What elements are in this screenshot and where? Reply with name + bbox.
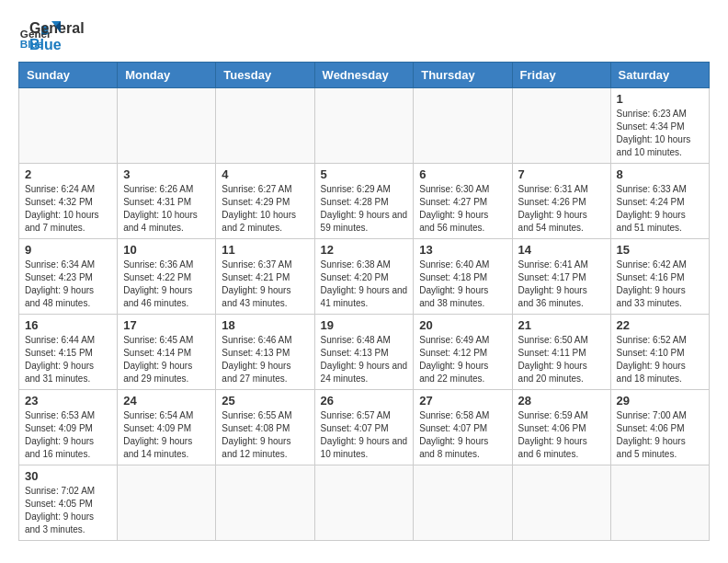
logo-triangle-icon xyxy=(35,17,63,45)
day-number: 4 xyxy=(222,167,308,181)
day-info: Sunrise: 6:34 AM Sunset: 4:23 PM Dayligh… xyxy=(25,259,111,310)
day-number: 28 xyxy=(518,394,605,408)
calendar-day-cell: 26Sunrise: 6:57 AM Sunset: 4:07 PM Dayli… xyxy=(314,390,414,465)
calendar-day-cell: 16Sunrise: 6:44 AM Sunset: 4:15 PM Dayli… xyxy=(19,315,118,390)
day-info: Sunrise: 6:48 AM Sunset: 4:13 PM Dayligh… xyxy=(321,334,408,385)
day-info: Sunrise: 7:02 AM Sunset: 4:05 PM Dayligh… xyxy=(25,485,111,536)
day-number: 18 xyxy=(222,318,308,332)
day-number: 15 xyxy=(617,243,703,257)
day-number: 21 xyxy=(518,318,605,332)
day-info: Sunrise: 6:49 AM Sunset: 4:12 PM Dayligh… xyxy=(419,334,506,385)
calendar-day-cell: 18Sunrise: 6:46 AM Sunset: 4:13 PM Dayli… xyxy=(216,315,314,390)
day-number: 16 xyxy=(25,318,111,332)
day-number: 13 xyxy=(419,243,506,257)
calendar-day-cell: 9Sunrise: 6:34 AM Sunset: 4:23 PM Daylig… xyxy=(19,239,118,315)
calendar-day-cell: 7Sunrise: 6:31 AM Sunset: 4:26 PM Daylig… xyxy=(512,164,610,239)
day-info: Sunrise: 6:27 AM Sunset: 4:29 PM Dayligh… xyxy=(222,183,308,235)
day-number: 2 xyxy=(25,167,111,181)
calendar-day-cell: 3Sunrise: 6:26 AM Sunset: 4:31 PM Daylig… xyxy=(118,164,216,239)
calendar-day-cell xyxy=(512,88,610,164)
weekday-header-tuesday: Tuesday xyxy=(216,63,314,88)
calendar-day-cell xyxy=(414,465,512,541)
calendar-day-cell: 13Sunrise: 6:40 AM Sunset: 4:18 PM Dayli… xyxy=(414,239,512,315)
calendar-day-cell xyxy=(118,465,216,541)
day-info: Sunrise: 6:33 AM Sunset: 4:24 PM Dayligh… xyxy=(617,183,703,235)
day-number: 7 xyxy=(518,167,605,181)
calendar-header-row: SundayMondayTuesdayWednesdayThursdayFrid… xyxy=(19,63,710,88)
calendar-week-row: 16Sunrise: 6:44 AM Sunset: 4:15 PM Dayli… xyxy=(19,315,710,390)
day-info: Sunrise: 6:31 AM Sunset: 4:26 PM Dayligh… xyxy=(518,183,605,235)
day-number: 24 xyxy=(123,394,210,408)
calendar-day-cell: 15Sunrise: 6:42 AM Sunset: 4:16 PM Dayli… xyxy=(610,239,709,315)
day-number: 25 xyxy=(222,394,308,408)
weekday-header-friday: Friday xyxy=(512,63,610,88)
day-info: Sunrise: 6:57 AM Sunset: 4:07 PM Dayligh… xyxy=(321,409,408,461)
day-info: Sunrise: 6:59 AM Sunset: 4:06 PM Dayligh… xyxy=(518,409,605,461)
calendar-day-cell: 17Sunrise: 6:45 AM Sunset: 4:14 PM Dayli… xyxy=(118,315,216,390)
calendar-day-cell: 11Sunrise: 6:37 AM Sunset: 4:21 PM Dayli… xyxy=(216,239,314,315)
calendar-day-cell: 10Sunrise: 6:36 AM Sunset: 4:22 PM Dayli… xyxy=(118,239,216,315)
day-number: 8 xyxy=(617,167,703,181)
calendar-day-cell: 24Sunrise: 6:54 AM Sunset: 4:09 PM Dayli… xyxy=(118,390,216,465)
day-number: 10 xyxy=(123,243,210,257)
day-info: Sunrise: 6:45 AM Sunset: 4:14 PM Dayligh… xyxy=(123,334,210,385)
calendar-day-cell: 12Sunrise: 6:38 AM Sunset: 4:20 PM Dayli… xyxy=(314,239,414,315)
day-number: 29 xyxy=(617,394,703,408)
calendar-day-cell xyxy=(314,465,414,541)
day-number: 3 xyxy=(123,167,210,181)
day-info: Sunrise: 6:38 AM Sunset: 4:20 PM Dayligh… xyxy=(321,259,408,310)
day-number: 6 xyxy=(419,167,506,181)
calendar-day-cell xyxy=(610,465,709,541)
day-number: 12 xyxy=(321,243,408,257)
day-number: 19 xyxy=(321,318,408,332)
day-info: Sunrise: 6:52 AM Sunset: 4:10 PM Dayligh… xyxy=(617,334,703,385)
calendar-day-cell: 5Sunrise: 6:29 AM Sunset: 4:28 PM Daylig… xyxy=(314,164,414,239)
weekday-header-monday: Monday xyxy=(118,63,216,88)
page-header: General Blue General Blue xyxy=(18,18,710,52)
day-info: Sunrise: 6:42 AM Sunset: 4:16 PM Dayligh… xyxy=(617,259,703,310)
day-number: 11 xyxy=(222,243,308,257)
day-info: Sunrise: 7:00 AM Sunset: 4:06 PM Dayligh… xyxy=(617,409,703,461)
day-number: 26 xyxy=(321,394,408,408)
calendar-day-cell: 14Sunrise: 6:41 AM Sunset: 4:17 PM Dayli… xyxy=(512,239,610,315)
calendar-day-cell: 19Sunrise: 6:48 AM Sunset: 4:13 PM Dayli… xyxy=(314,315,414,390)
day-info: Sunrise: 6:50 AM Sunset: 4:11 PM Dayligh… xyxy=(518,334,605,385)
weekday-header-sunday: Sunday xyxy=(19,63,118,88)
day-info: Sunrise: 6:54 AM Sunset: 4:09 PM Dayligh… xyxy=(123,409,210,461)
day-info: Sunrise: 6:37 AM Sunset: 4:21 PM Dayligh… xyxy=(222,259,308,310)
calendar-day-cell xyxy=(19,88,118,164)
calendar-day-cell: 20Sunrise: 6:49 AM Sunset: 4:12 PM Dayli… xyxy=(414,315,512,390)
calendar-week-row: 9Sunrise: 6:34 AM Sunset: 4:23 PM Daylig… xyxy=(19,239,710,315)
calendar-day-cell: 2Sunrise: 6:24 AM Sunset: 4:32 PM Daylig… xyxy=(19,164,118,239)
weekday-header-saturday: Saturday xyxy=(610,63,709,88)
calendar-day-cell xyxy=(216,88,314,164)
calendar-day-cell xyxy=(216,465,314,541)
logo: General Blue General Blue xyxy=(18,18,63,52)
calendar-day-cell: 28Sunrise: 6:59 AM Sunset: 4:06 PM Dayli… xyxy=(512,390,610,465)
calendar-week-row: 30Sunrise: 7:02 AM Sunset: 4:05 PM Dayli… xyxy=(19,465,710,541)
day-number: 22 xyxy=(617,318,703,332)
calendar-day-cell: 29Sunrise: 7:00 AM Sunset: 4:06 PM Dayli… xyxy=(610,390,709,465)
day-info: Sunrise: 6:53 AM Sunset: 4:09 PM Dayligh… xyxy=(25,409,111,461)
calendar-day-cell: 22Sunrise: 6:52 AM Sunset: 4:10 PM Dayli… xyxy=(610,315,709,390)
calendar-day-cell: 1Sunrise: 6:23 AM Sunset: 4:34 PM Daylig… xyxy=(610,88,709,164)
day-number: 5 xyxy=(321,167,408,181)
calendar-day-cell: 27Sunrise: 6:58 AM Sunset: 4:07 PM Dayli… xyxy=(414,390,512,465)
day-number: 27 xyxy=(419,394,506,408)
day-number: 30 xyxy=(25,469,111,483)
day-number: 20 xyxy=(419,318,506,332)
day-info: Sunrise: 6:26 AM Sunset: 4:31 PM Dayligh… xyxy=(123,183,210,235)
calendar-day-cell xyxy=(118,88,216,164)
calendar-day-cell: 30Sunrise: 7:02 AM Sunset: 4:05 PM Dayli… xyxy=(19,465,118,541)
day-number: 9 xyxy=(25,243,111,257)
calendar-day-cell: 25Sunrise: 6:55 AM Sunset: 4:08 PM Dayli… xyxy=(216,390,314,465)
calendar-day-cell: 21Sunrise: 6:50 AM Sunset: 4:11 PM Dayli… xyxy=(512,315,610,390)
day-info: Sunrise: 6:24 AM Sunset: 4:32 PM Dayligh… xyxy=(25,183,111,235)
calendar-day-cell: 6Sunrise: 6:30 AM Sunset: 4:27 PM Daylig… xyxy=(414,164,512,239)
day-info: Sunrise: 6:55 AM Sunset: 4:08 PM Dayligh… xyxy=(222,409,308,461)
weekday-header-wednesday: Wednesday xyxy=(314,63,414,88)
day-info: Sunrise: 6:23 AM Sunset: 4:34 PM Dayligh… xyxy=(617,108,703,159)
day-info: Sunrise: 6:58 AM Sunset: 4:07 PM Dayligh… xyxy=(419,409,506,461)
calendar-day-cell: 4Sunrise: 6:27 AM Sunset: 4:29 PM Daylig… xyxy=(216,164,314,239)
calendar-day-cell xyxy=(414,88,512,164)
